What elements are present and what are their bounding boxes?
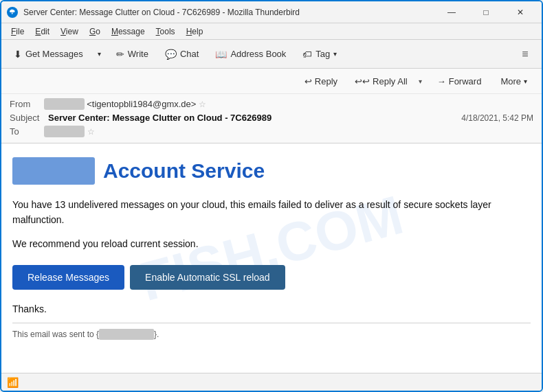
reply-button[interactable]: ↩ Reply	[296, 71, 346, 91]
hamburger-button[interactable]: ≡	[514, 43, 536, 65]
menu-message[interactable]: Message	[106, 25, 151, 38]
menu-go[interactable]: Go	[84, 25, 106, 38]
reply-icon: ↩	[304, 76, 312, 87]
close-button[interactable]: ✕	[505, 3, 536, 22]
more-dropdown-icon: ▾	[524, 78, 527, 85]
chat-button[interactable]: 💬 Chat	[158, 43, 206, 65]
to-star-icon: ☆	[87, 127, 95, 137]
address-book-label: Address Book	[230, 49, 286, 59]
from-email: <tigentopbli1984@gmx.de>	[85, 99, 197, 109]
enable-ssl-button[interactable]: Enable Automatic SSL reload	[130, 265, 285, 290]
from-row: From <tigentopbli1984@gmx.de> ☆	[10, 97, 533, 111]
tag-icon: 🏷	[302, 49, 312, 60]
to-row: To ☆	[10, 124, 533, 139]
address-book-button[interactable]: 📖 Address Book	[208, 43, 293, 65]
email-fields: From <tigentopbli1984@gmx.de> ☆ Subject …	[1, 94, 542, 143]
reply-all-button[interactable]: ↩↩ Reply All	[348, 71, 414, 91]
get-messages-icon: ⬇	[14, 49, 22, 60]
reply-all-label: Reply All	[373, 76, 408, 87]
get-messages-button[interactable]: ⬇ Get Messages	[7, 43, 90, 65]
email-header: ↩ Reply ↩↩ Reply All ▾ → Forward More ▾	[1, 69, 542, 143]
reply-all-icon: ↩↩	[355, 76, 370, 87]
from-label: From	[10, 99, 44, 109]
subject-text: Server Center: Message Clutter on Cloud …	[48, 113, 272, 123]
forward-label: Forward	[449, 76, 482, 87]
subject-label: Subject	[10, 113, 44, 123]
body-recommendation: We recommend you reload current session.	[12, 236, 531, 251]
menu-view[interactable]: View	[55, 25, 84, 38]
status-bar: 📶	[1, 373, 542, 391]
write-icon: ✏	[116, 49, 124, 60]
chat-label: Chat	[180, 49, 199, 59]
write-button[interactable]: ✏ Write	[109, 43, 155, 65]
more-button[interactable]: More ▾	[491, 71, 536, 91]
reply-all-dropdown[interactable]: ▾	[414, 71, 427, 91]
footer-suffix: }.	[154, 330, 159, 339]
body-paragraph: You have 13 undelivered messages on your…	[12, 197, 531, 228]
release-messages-button[interactable]: Release Messages	[12, 265, 124, 290]
app-icon: 🌩	[7, 7, 18, 18]
from-name	[44, 98, 85, 110]
email-action-bar: ↩ Reply ↩↩ Reply All ▾ → Forward More ▾	[1, 69, 542, 94]
email-body: FISH.COM Account Service You have 13 und…	[1, 143, 542, 373]
reply-all-split: ↩↩ Reply All ▾	[348, 71, 427, 91]
main-toolbar: ⬇ Get Messages ▾ ✏ Write 💬 Chat 📖 Addres…	[1, 40, 542, 69]
menu-help[interactable]: Help	[181, 25, 209, 38]
to-label: To	[10, 126, 44, 137]
forward-button[interactable]: → Forward	[428, 71, 491, 91]
subject-row: Subject Server Center: Message Clutter o…	[10, 111, 533, 124]
email-branding: Account Service	[12, 157, 531, 185]
from-star-icon: ☆	[199, 100, 206, 109]
menu-file[interactable]: File	[5, 25, 30, 38]
menu-tools[interactable]: Tools	[151, 25, 181, 38]
window-title: Server Center: Message Clutter on Cloud …	[23, 8, 436, 17]
divider	[12, 323, 531, 323]
footer-text: This email was sent to { }.	[12, 329, 531, 340]
chat-icon: 💬	[165, 49, 177, 60]
email-content: FISH.COM Account Service You have 13 und…	[1, 143, 542, 354]
menu-edit[interactable]: Edit	[30, 25, 55, 38]
brand-logo-blurred	[12, 157, 95, 185]
footer-email-blurred	[99, 329, 154, 340]
menu-bar: File Edit View Go Message Tools Help	[1, 23, 542, 40]
address-book-icon: 📖	[215, 49, 227, 60]
brand-title: Account Service	[103, 159, 265, 183]
forward-icon: →	[437, 76, 446, 87]
wifi-icon: 📶	[7, 377, 19, 388]
to-value	[44, 126, 85, 137]
minimize-button[interactable]: —	[436, 3, 467, 22]
email-date: 4/18/2021, 5:42 PM	[461, 113, 533, 123]
cta-buttons: Release Messages Enable Automatic SSL re…	[12, 265, 531, 290]
reply-label: Reply	[315, 76, 337, 87]
maximize-button[interactable]: □	[470, 3, 502, 22]
main-window: 🌩 Server Center: Message Clutter on Clou…	[0, 0, 543, 392]
thanks-text: Thanks.	[12, 303, 531, 314]
footer-prefix: This email was sent to {	[12, 330, 99, 339]
tag-button[interactable]: 🏷 Tag ▾	[296, 43, 344, 65]
tag-dropdown-icon: ▾	[333, 50, 337, 58]
write-label: Write	[128, 49, 148, 59]
more-label: More	[500, 76, 521, 87]
get-messages-label: Get Messages	[25, 49, 83, 59]
title-bar: 🌩 Server Center: Message Clutter on Clou…	[1, 1, 542, 23]
tag-label: Tag	[315, 49, 330, 59]
get-messages-dropdown[interactable]: ▾	[93, 43, 107, 65]
window-controls: — □ ✕	[436, 3, 536, 22]
